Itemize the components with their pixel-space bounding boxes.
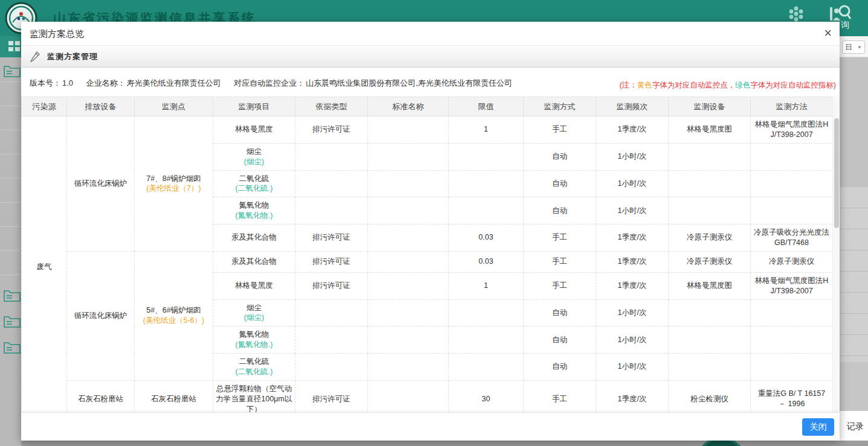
table-row: 石灰石粉磨站石灰石粉磨站总悬浮颗粒物（空气动力学当量直径100μm以下）排污许可…	[22, 380, 833, 412]
note-text: 字体为对应自动监控点，	[652, 81, 736, 89]
folder-icon	[4, 340, 21, 354]
section-title: 监测方案管理	[47, 51, 98, 62]
close-button[interactable]: 关闭	[802, 418, 834, 436]
table-cell	[751, 143, 833, 170]
table-cell: 林格曼黑度图	[669, 272, 751, 299]
table-cell: 0.03	[449, 225, 524, 252]
table-cell: 烟尘(烟尘)	[213, 143, 295, 170]
grid-icon	[8, 41, 21, 52]
table-cell	[669, 327, 751, 354]
table-cell	[449, 354, 524, 381]
column-header: 监测设备	[669, 97, 751, 116]
sidebar-item-folder[interactable]	[4, 340, 21, 356]
table-cell: 7#、8#锅炉烟囱(美伦纸业（7）)	[135, 116, 213, 252]
sidebar-menu-toggle[interactable]	[0, 36, 21, 57]
table-cell	[295, 327, 368, 354]
table-cell: 林格曼黑度图	[669, 116, 751, 144]
table-cell: 废气	[22, 116, 67, 413]
divider	[0, 202, 21, 203]
table-cell: 林格曼黑度	[213, 116, 295, 144]
table-cell: 烟尘(烟尘)	[213, 299, 295, 327]
modal-close-button[interactable]: ×	[824, 26, 832, 40]
company-label: 企业名称：	[86, 78, 126, 88]
table-cell: 林格曼烟气黑度图法HJ/T398-2007	[751, 272, 833, 299]
table-cell: 1	[449, 272, 524, 299]
column-header: 限值	[449, 97, 524, 116]
note-text: (注：	[620, 81, 637, 89]
column-header: 监测点	[135, 97, 213, 116]
table-cell	[295, 143, 368, 170]
table-cell: 氮氧化物(氮氧化物.)	[213, 327, 295, 354]
table-cell	[449, 170, 524, 197]
table-cell	[368, 251, 449, 272]
date-dropdown[interactable]: 日 ▼	[842, 40, 865, 54]
column-header: 依据类型	[295, 97, 368, 116]
folder-icon	[4, 64, 21, 77]
table-cell	[669, 143, 751, 170]
divider	[0, 81, 21, 82]
table-cell: 1小时/次	[596, 327, 669, 354]
scrollbar-thumb[interactable]	[834, 118, 839, 228]
table-cell: 循环流化床锅炉	[67, 116, 135, 252]
table-cell: 手工	[524, 116, 596, 144]
table-cell: 冷原子测汞仪	[751, 251, 833, 272]
divider	[0, 154, 21, 155]
modal-title-bar: 监测方案总览 ×	[21, 22, 840, 46]
table-cell: 1小时/次	[596, 170, 669, 197]
table-cell	[449, 299, 524, 327]
divider	[0, 178, 21, 179]
scrollbar-track[interactable]	[832, 97, 840, 412]
divider	[0, 226, 21, 227]
table-cell: 1	[449, 116, 524, 144]
table-cell	[368, 116, 449, 144]
table-cell: 排污许可证	[295, 251, 368, 272]
table-cell	[669, 197, 751, 225]
apps-grid-icon[interactable]	[787, 5, 805, 23]
table-cell	[368, 170, 449, 197]
table-cell	[368, 354, 449, 381]
table-cell: 手工	[524, 225, 596, 252]
table-cell: 1小时/次	[596, 197, 669, 225]
table-cell: 排污许可证	[295, 272, 368, 299]
user-search-icon[interactable]	[829, 4, 852, 22]
table-cell: 石灰石粉磨站	[135, 380, 213, 412]
table-cell	[368, 380, 449, 412]
table-cell	[669, 170, 751, 197]
table-cell: 1季度/次	[596, 225, 669, 252]
table-cell: 1小时/次	[596, 354, 669, 381]
table-cell: 自动	[524, 143, 596, 170]
table-cell	[295, 170, 368, 197]
table-cell	[368, 197, 449, 225]
table-cell	[669, 354, 751, 381]
column-header: 监测方式	[524, 97, 596, 116]
sidebar-item-folder[interactable]	[4, 314, 21, 330]
note-green: 绿色	[735, 81, 750, 89]
sidebar-item-folder[interactable]	[4, 64, 21, 80]
column-header: 监测方法	[751, 97, 833, 116]
table-cell	[751, 197, 833, 225]
table-cell: 手工	[524, 251, 596, 272]
table-cell: 自动	[524, 197, 596, 225]
table-cell: 排污许可证	[295, 225, 368, 252]
table-cell	[368, 143, 449, 170]
table-cell: 重量法G B/ T 16157 － 1996	[751, 380, 833, 412]
table-cell: 林格曼黑度	[213, 272, 295, 299]
table-cell	[449, 143, 524, 170]
background-right-lower	[840, 362, 868, 410]
sidebar-item-folder[interactable]	[4, 288, 21, 304]
table-cell	[368, 299, 449, 327]
record-label: 记录	[847, 421, 864, 432]
table-header-row: 污染源排放设备监测点监测项目依据类型标准名称限值监测方式监测频次监测设备监测方法	[22, 97, 833, 116]
table-cell: 30	[449, 380, 524, 412]
table-cell	[295, 354, 368, 381]
table-cell: 循环流化床锅炉	[67, 251, 135, 380]
column-header: 污染源	[22, 97, 67, 116]
note-yellow: 黄色	[637, 81, 652, 89]
version-value: 1.0	[62, 78, 73, 88]
bottom-strip	[21, 441, 868, 446]
info-row: 版本号：1.0 企业名称：寿光美伦纸业有限责任公司 对应自动监控企业：山东晨鸣纸…	[21, 68, 840, 97]
chevron-down-icon: ▼	[857, 45, 862, 50]
table-cell: 1季度/次	[596, 251, 669, 272]
table-cell	[449, 197, 524, 225]
table-cell	[751, 170, 833, 197]
